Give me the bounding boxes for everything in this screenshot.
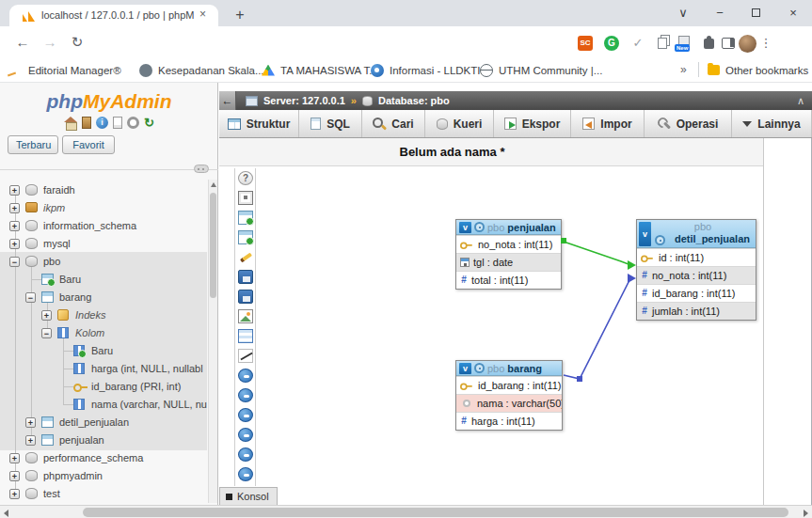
- tree-item-harga[interactable]: harga (int, NULL, nullabl: [0, 360, 207, 378]
- column-row[interactable]: nama : varchar(50): [456, 394, 562, 412]
- tab-ekspor[interactable]: Ekspor: [494, 110, 571, 137]
- tab-struktur[interactable]: Struktur: [219, 110, 299, 137]
- column-row[interactable]: #total : int(11): [456, 271, 561, 289]
- bookmark-item[interactable]: Informasi - LLDKTI...: [371, 62, 489, 78]
- breadcrumb-database[interactable]: Database: pbo: [378, 95, 450, 106]
- designer-canvas[interactable]: ? vpbo penjualanno_nota : int(11)tgl : d…: [219, 166, 763, 487]
- scroll-left-icon[interactable]: [4, 510, 8, 517]
- bookmark-item[interactable]: UTHM Community |...: [480, 62, 602, 78]
- forward-icon[interactable]: →: [39, 31, 61, 54]
- maximize-button[interactable]: [742, 0, 771, 26]
- tree-item-phpmyadmin[interactable]: +phpmyadmin: [0, 467, 207, 485]
- fullscreen-icon[interactable]: [238, 191, 253, 205]
- tree-item-ikpm[interactable]: +ikpm: [0, 199, 207, 217]
- collapse-icon[interactable]: −: [41, 328, 52, 338]
- column-row[interactable]: no_nota : int(11): [456, 235, 561, 253]
- tree-item-pbo[interactable]: −pbo: [0, 253, 207, 271]
- tree-item-Baru[interactable]: Baru: [0, 342, 207, 360]
- tree-item-id_barang[interactable]: id_barang (PRI, int): [0, 378, 207, 396]
- phpmyadmin-logo[interactable]: phpMyAdmin: [0, 90, 218, 113]
- tree-item-detil_penjualan[interactable]: +detil_penjualan: [0, 414, 207, 432]
- expand-icon[interactable]: +: [9, 471, 20, 481]
- grammarly-extension-icon[interactable]: G: [600, 31, 623, 54]
- favorite-tables-button[interactable]: Favorit: [62, 135, 115, 154]
- add-table-icon[interactable]: [238, 211, 253, 225]
- tree-vertical-scrollbar[interactable]: [208, 180, 217, 503]
- browser-menu-icon[interactable]: ⋮: [755, 31, 777, 54]
- help-icon[interactable]: ?: [238, 171, 253, 185]
- tree-item-performance_schema[interactable]: +performance_schema: [0, 449, 207, 467]
- recent-tables-button[interactable]: Terbaru: [8, 135, 58, 154]
- tab-cari[interactable]: Cari: [362, 110, 425, 137]
- tab-close-icon[interactable]: ×: [199, 8, 206, 21]
- expand-icon[interactable]: +: [9, 239, 20, 249]
- table-header[interactable]: vpbo barang: [456, 361, 562, 376]
- new-relation-icon[interactable]: [238, 349, 253, 363]
- column-row[interactable]: tgl : date: [456, 253, 561, 271]
- column-row[interactable]: #harga : int(11): [456, 412, 562, 430]
- expand-icon[interactable]: +: [9, 221, 20, 231]
- tab-kueri[interactable]: Kueri: [425, 110, 494, 137]
- table-options-gear-icon[interactable]: [474, 363, 485, 373]
- save-as-icon[interactable]: [238, 290, 253, 304]
- console-tab[interactable]: Konsol: [219, 487, 278, 505]
- tab-search-icon[interactable]: ∨: [669, 0, 697, 26]
- browser-tab-active[interactable]: localhost / 127.0.0.1 / pbo | phpM ×: [9, 5, 218, 26]
- tree-item-nama[interactable]: nama (varchar, NULL, nu: [0, 396, 207, 414]
- toggle-icon[interactable]: v: [459, 222, 471, 233]
- show-tables-icon[interactable]: [238, 230, 253, 244]
- expand-icon[interactable]: +: [25, 417, 36, 428]
- scroll-right-icon[interactable]: [804, 510, 808, 517]
- save-icon[interactable]: [238, 270, 253, 284]
- check-extension-icon[interactable]: ✓: [627, 31, 649, 54]
- snap-grid-icon[interactable]: [238, 388, 253, 402]
- new-tab-button[interactable]: +: [229, 4, 251, 26]
- toggle-lines-icon[interactable]: [238, 428, 253, 442]
- tree-item-test[interactable]: +test: [0, 485, 207, 503]
- column-row[interactable]: #jumlah : int(11): [637, 302, 756, 320]
- copy-extension-icon[interactable]: [651, 31, 674, 54]
- info-icon[interactable]: i: [96, 117, 108, 129]
- bookmark-item[interactable]: Kesepadanan Skala...: [139, 62, 264, 78]
- column-row[interactable]: id_barang : int(11): [456, 376, 562, 394]
- collapse-icon[interactable]: −: [25, 292, 36, 303]
- window-horizontal-scrollbar[interactable]: [0, 505, 812, 518]
- tree-item-penjualan[interactable]: +penjualan: [0, 432, 207, 449]
- expand-icon[interactable]: +: [9, 453, 20, 463]
- page-icon[interactable]: [113, 117, 122, 129]
- tree-item-Kolom[interactable]: −Kolom: [0, 324, 207, 342]
- table-header[interactable]: vpbodetil_penjualan: [637, 220, 756, 248]
- sc-extension-icon[interactable]: SC: [574, 31, 597, 54]
- bookmark-item[interactable]: TA MAHASISWA T...: [262, 62, 378, 78]
- horizontal-scroll-thumb[interactable]: [83, 508, 788, 517]
- table-options-gear-icon[interactable]: [474, 222, 485, 232]
- expand-icon[interactable]: +: [25, 435, 36, 446]
- designer-table-detil_penjualan[interactable]: vpbodetil_penjualanid : int(11)#no_nota …: [636, 219, 756, 321]
- breadcrumb-server[interactable]: Server: 127.0.0.1: [263, 95, 345, 106]
- tree-item-faraidh[interactable]: +faraidh: [0, 181, 207, 199]
- table-header[interactable]: vpbo penjualan: [456, 220, 561, 235]
- refresh-icon[interactable]: ↻: [144, 117, 154, 129]
- tree-item-Indeks[interactable]: +Indeks: [0, 306, 207, 324]
- angular-links-icon[interactable]: [238, 369, 253, 383]
- scroll-up-icon[interactable]: [211, 182, 216, 187]
- home-icon[interactable]: [64, 117, 77, 129]
- collapse-menubar-icon[interactable]: ∧: [797, 91, 804, 110]
- expand-icon[interactable]: +: [9, 185, 20, 196]
- expand-icon[interactable]: +: [9, 203, 20, 213]
- reload-icon[interactable]: ↻: [66, 31, 88, 54]
- export-image-icon[interactable]: [238, 309, 253, 323]
- designer-table-penjualan[interactable]: vpbo penjualanno_nota : int(11)tgl : dat…: [455, 219, 562, 290]
- column-row[interactable]: #no_nota : int(11): [637, 266, 756, 284]
- settings-gear-icon[interactable]: [127, 117, 139, 129]
- bookmarks-overflow-icon[interactable]: »: [680, 63, 687, 76]
- close-button[interactable]: ×: [779, 0, 807, 26]
- column-row[interactable]: #id_barang : int(11): [637, 284, 756, 302]
- small-big-all-icon[interactable]: [238, 408, 253, 422]
- back-icon[interactable]: ←: [11, 31, 34, 54]
- designer-table-barang[interactable]: vpbo barangid_barang : int(11)nama : var…: [455, 360, 563, 431]
- toggle-icon[interactable]: v: [639, 222, 651, 246]
- build-query-icon[interactable]: [238, 467, 253, 481]
- download-manager-extension-icon[interactable]: New: [672, 31, 694, 54]
- other-bookmarks[interactable]: Other bookmarks: [708, 62, 808, 78]
